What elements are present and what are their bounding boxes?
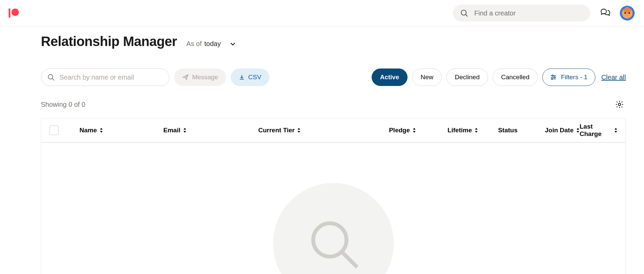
gear-icon <box>615 100 624 109</box>
svg-point-35 <box>313 223 346 257</box>
column-header-tier[interactable]: Current Tier <box>258 127 362 134</box>
sort-icon <box>576 128 580 133</box>
table-header: Name Email Current Tier Pledge <box>41 119 626 143</box>
status-filter-cancelled[interactable]: Cancelled <box>493 68 538 86</box>
select-all-checkbox[interactable] <box>49 126 59 135</box>
column-header-status[interactable]: Status <box>478 127 518 134</box>
column-header-join[interactable]: Join Date <box>518 127 580 134</box>
members-table: Name Email Current Tier Pledge <box>41 118 626 274</box>
message-button[interactable]: Message <box>174 68 226 86</box>
sort-icon <box>475 128 478 133</box>
clear-all-link[interactable]: Clear all <box>601 74 626 81</box>
asof-value: today <box>204 40 221 48</box>
sliders-icon <box>550 74 557 81</box>
filters-label: Filters - 1 <box>561 74 587 81</box>
topbar <box>0 0 644 27</box>
svg-marker-31 <box>577 128 579 130</box>
sort-icon <box>297 128 301 133</box>
svg-marker-22 <box>100 131 103 133</box>
svg-point-7 <box>629 12 630 14</box>
global-search-input[interactable] <box>474 9 583 17</box>
status-filter-new[interactable]: New <box>412 68 442 86</box>
svg-marker-32 <box>577 131 579 133</box>
table-settings-button[interactable] <box>615 100 624 109</box>
svg-point-2 <box>461 10 466 15</box>
svg-point-20 <box>619 103 621 106</box>
svg-marker-25 <box>298 128 300 130</box>
status-filter-active[interactable]: Active <box>372 68 408 86</box>
svg-rect-0 <box>9 8 10 17</box>
asof-label: As of <box>186 40 202 48</box>
svg-marker-29 <box>475 128 478 130</box>
asof-selector[interactable]: As of today <box>186 40 236 48</box>
svg-line-10 <box>52 79 54 80</box>
main-content: Relationship Manager As of today <box>0 27 644 274</box>
status-filter-declined[interactable]: Declined <box>446 68 488 86</box>
svg-marker-23 <box>183 128 186 130</box>
svg-marker-28 <box>413 131 416 133</box>
sort-icon <box>413 128 416 133</box>
search-icon <box>47 74 55 81</box>
messages-button[interactable] <box>600 8 610 18</box>
sort-icon <box>614 128 618 133</box>
svg-point-6 <box>625 12 626 14</box>
download-icon <box>239 74 245 80</box>
send-icon <box>182 74 189 81</box>
search-icon <box>305 215 362 272</box>
global-search[interactable] <box>453 5 590 21</box>
svg-point-9 <box>48 75 53 79</box>
svg-line-3 <box>466 15 468 17</box>
column-header-lifetime[interactable]: Lifetime <box>416 127 478 134</box>
empty-state <box>41 143 626 274</box>
user-avatar[interactable] <box>620 6 635 20</box>
svg-point-19 <box>551 78 553 80</box>
svg-marker-34 <box>614 131 617 133</box>
column-header-email[interactable]: Email <box>163 127 258 134</box>
filters-button[interactable]: Filters - 1 <box>542 68 595 86</box>
svg-point-17 <box>554 77 555 78</box>
showing-text: Showing 0 of 0 <box>41 101 85 108</box>
sort-icon <box>100 128 103 133</box>
member-search[interactable] <box>41 68 169 86</box>
member-search-input[interactable] <box>59 74 163 81</box>
svg-marker-27 <box>413 128 416 130</box>
svg-marker-26 <box>298 131 300 133</box>
message-label: Message <box>192 74 218 81</box>
chevron-down-icon <box>229 41 236 47</box>
search-icon <box>460 9 468 17</box>
svg-marker-33 <box>614 128 617 130</box>
csv-label: CSV <box>248 74 261 81</box>
svg-point-15 <box>552 75 553 76</box>
svg-marker-24 <box>183 131 186 133</box>
column-header-name[interactable]: Name <box>79 127 163 134</box>
svg-marker-30 <box>475 131 478 133</box>
svg-line-36 <box>343 253 357 267</box>
csv-button[interactable]: CSV <box>231 68 269 86</box>
patreon-logo[interactable] <box>8 7 19 19</box>
column-header-pledge[interactable]: Pledge <box>362 127 416 134</box>
page-title: Relationship Manager <box>41 34 177 49</box>
column-header-last-charge[interactable]: Last Charge <box>580 123 618 138</box>
svg-marker-21 <box>100 128 103 130</box>
svg-point-1 <box>11 8 19 16</box>
svg-point-8 <box>627 15 628 15</box>
empty-state-illustration <box>273 183 394 274</box>
sort-icon <box>183 128 186 133</box>
